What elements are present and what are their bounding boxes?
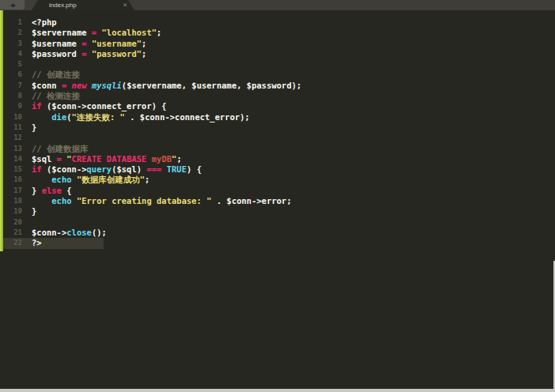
- line-number: 18: [0, 196, 22, 206]
- code-line: 10 die("连接失败: " . $conn->connect_error);: [0, 112, 555, 122]
- tab-bar: ◀▶ index.php ×: [0, 0, 555, 10]
- code-segment: ?>: [32, 238, 42, 247]
- code-segment: "localhost": [102, 28, 157, 37]
- code-line: 22?>: [0, 238, 555, 248]
- code-line: 21$conn->close();: [0, 228, 555, 238]
- code-line: 14$sql = "CREATE DATABASE myDB";: [0, 154, 555, 164]
- sublime-text-window: ◀▶ index.php × 1<?php2$servername = "loc…: [0, 0, 555, 392]
- bottom-window-edge: [0, 389, 555, 392]
- code-segment: <?php: [32, 17, 57, 27]
- code-segment: ;: [157, 28, 161, 37]
- line-number: 15: [0, 164, 22, 175]
- line-number: 5: [0, 59, 22, 70]
- line-number: 19: [0, 206, 22, 217]
- code-segment: {: [62, 186, 72, 195]
- code-segment: query: [87, 164, 112, 174]
- code-segment: echo: [51, 175, 77, 184]
- code-text: $conn = new mysqli($servername, $usernam…: [22, 81, 301, 90]
- code-segment: myDB: [152, 154, 172, 164]
- code-text: [22, 217, 32, 227]
- code-segment: "username": [92, 39, 142, 48]
- code-text: if ($conn->connect_error) {: [22, 101, 167, 111]
- code-segment: $sql: [32, 154, 57, 164]
- code-segment: ;: [142, 39, 146, 48]
- code-segment: $servername: [32, 28, 92, 37]
- code-segment: ===: [146, 164, 166, 174]
- code-text: $servername = "localhost";: [22, 28, 161, 37]
- code-chevrons-icon[interactable]: ◀▶: [0, 0, 25, 9]
- code-line: 6// 创建连接: [0, 70, 555, 80]
- code-segment: ();: [92, 228, 107, 237]
- code-segment: echo: [51, 196, 77, 205]
- code-segment: =: [62, 81, 72, 90]
- code-segment: if: [32, 101, 47, 111]
- code-segment: }: [32, 186, 42, 195]
- code-line: 13// 创建数据库: [0, 144, 555, 154]
- line-number: 12: [0, 133, 22, 143]
- line-number: 4: [0, 49, 22, 59]
- line-number: 1: [0, 17, 22, 28]
- code-segment: ;: [176, 154, 181, 164]
- code-text: <?php: [22, 17, 57, 27]
- code-segment: mysqli: [92, 81, 122, 90]
- code-segment: $username: [32, 39, 81, 48]
- code-segment: [32, 175, 51, 184]
- code-line: 3$username = "username";: [0, 39, 555, 49]
- code-segment: die: [51, 112, 66, 122]
- code-segment: =: [57, 154, 67, 164]
- line-number: 10: [0, 112, 22, 122]
- code-segment: ($conn->: [47, 164, 87, 174]
- code-segment: ($servername, $username, $password);: [122, 81, 302, 90]
- code-line: 1<?php: [0, 17, 555, 28]
- code-line: 8// 检测连接: [0, 91, 555, 101]
- code-segment: TRUE: [167, 164, 187, 174]
- code-text: }: [22, 206, 36, 216]
- code-segment: // 检测连接: [32, 91, 80, 100]
- code-segment: ($sql): [111, 164, 146, 174]
- code-line: 20: [0, 217, 555, 228]
- code-line: 19}: [0, 206, 555, 217]
- code-line: 2$servername = "localhost";: [0, 28, 555, 38]
- line-number: 7: [0, 81, 22, 91]
- code-text: if ($conn->query($sql) === TRUE) {: [22, 164, 202, 174]
- code-text: }: [22, 122, 36, 132]
- line-number: 21: [0, 228, 22, 238]
- tab-index-php[interactable]: index.php ×: [32, 0, 134, 10]
- code-line: 7$conn = new mysqli($servername, $userna…: [0, 81, 555, 91]
- code-segment: // 创建连接: [32, 70, 80, 79]
- code-editor[interactable]: 1<?php2$servername = "localhost";3$usern…: [0, 10, 555, 389]
- code-segment: =: [81, 49, 92, 58]
- code-text: echo "Error creating database: " . $conn…: [22, 196, 292, 205]
- tab-close-icon[interactable]: ×: [123, 1, 127, 9]
- code-chevrons-glyph: ◀▶: [10, 2, 15, 9]
- line-number: 6: [0, 70, 22, 80]
- line-number: 20: [0, 217, 22, 228]
- code-segment: ) {: [187, 164, 202, 174]
- code-segment: $conn->: [32, 228, 66, 237]
- line-number: 13: [0, 144, 22, 154]
- code-text: die("连接失败: " . $conn->connect_error);: [22, 112, 250, 122]
- code-line: 16 echo "数据库创建成功";: [0, 175, 555, 185]
- code-segment: CREATE DATABASE: [72, 154, 152, 164]
- code-segment: . $conn->error;: [212, 196, 292, 205]
- line-number: 14: [0, 154, 22, 164]
- code-segment: // 创建数据库: [32, 144, 88, 153]
- code-line: 5: [0, 59, 555, 70]
- code-text: // 检测连接: [22, 91, 80, 100]
- code-segment: . $conn->connect_error);: [125, 112, 250, 122]
- code-segment: "连接失败: ": [72, 112, 125, 122]
- code-line: 9if ($conn->connect_error) {: [0, 101, 555, 111]
- code-segment: ($conn->connect_error) {: [47, 101, 167, 111]
- code-segment: new: [72, 81, 92, 90]
- code-line: 18 echo "Error creating database: " . $c…: [0, 196, 555, 206]
- code-line: 12: [0, 133, 555, 143]
- code-text: } else {: [22, 186, 72, 195]
- code-segment: "password": [92, 49, 142, 58]
- code-segment: if: [32, 164, 47, 174]
- code-text: $conn->close();: [22, 228, 107, 237]
- tab-title: index.php: [32, 2, 77, 9]
- line-number: 2: [0, 28, 22, 38]
- code-segment: close: [66, 228, 92, 237]
- code-text: [22, 59, 32, 69]
- code-text: $sql = "CREATE DATABASE myDB";: [22, 154, 182, 164]
